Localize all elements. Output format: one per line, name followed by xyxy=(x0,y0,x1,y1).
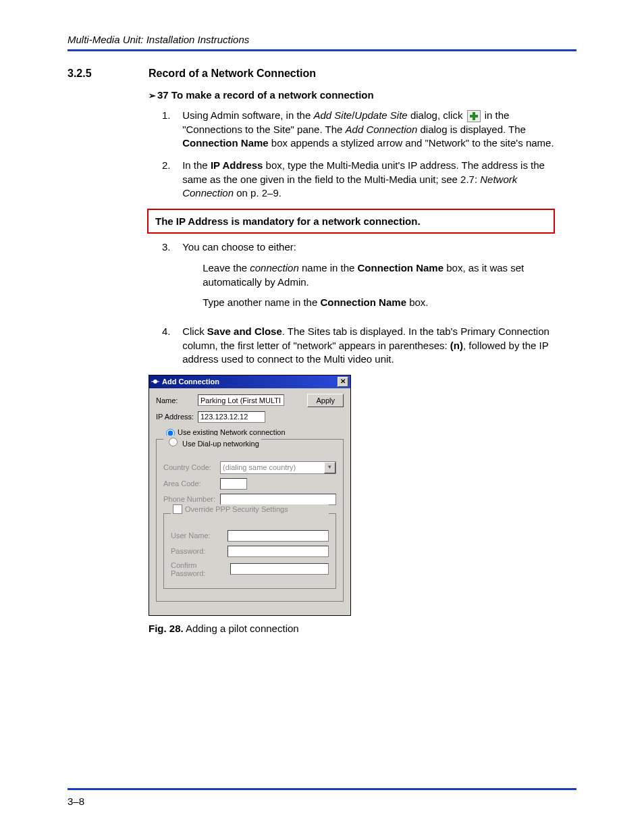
step-body: Using Admin software, in the Add Site/Up… xyxy=(182,109,560,151)
step-body: You can choose to either: Leave the conn… xyxy=(182,240,560,317)
override-ppp-label: Override PPP Security Settings xyxy=(185,505,288,513)
figure-text: Adding a pilot connection xyxy=(184,623,299,634)
section-number: 3.2.5 xyxy=(68,68,149,80)
text: Click xyxy=(182,325,207,337)
text: box appends a stylized arrow and "Networ… xyxy=(269,137,554,149)
text: Using Admin software, in the xyxy=(182,109,313,121)
text: box. xyxy=(406,296,429,308)
area-code-label: Area Code: xyxy=(163,479,220,488)
name-row: Name: Apply xyxy=(156,394,344,407)
step-3: 3. You can choose to either: Leave the c… xyxy=(162,240,576,317)
step-4: 4. Click Save and Close. The Sites tab i… xyxy=(162,325,576,367)
plus-icon xyxy=(467,110,481,122)
bold: Connection Name xyxy=(358,262,444,273)
area-code-input[interactable] xyxy=(220,478,247,490)
page-number: 3–8 xyxy=(68,796,576,807)
section-title: Record of a Network Connection xyxy=(149,68,316,80)
country-code-select[interactable]: (dialing same country)▾ xyxy=(220,461,336,474)
header-rule xyxy=(68,49,576,51)
text: dialog, click xyxy=(408,109,466,121)
dialog-titlebar: Add Connection ✕ xyxy=(149,375,350,388)
select-value: (dialing same country) xyxy=(223,463,296,471)
bold: (n) xyxy=(450,340,463,351)
username-input[interactable] xyxy=(227,530,329,542)
figure-number: Fig. 28. xyxy=(149,623,184,634)
country-code-label: Country Code: xyxy=(163,463,220,471)
text: Type another name in the xyxy=(203,296,320,308)
italic: connection xyxy=(250,262,299,273)
step-2: 2. In the IP Address box, type the Multi… xyxy=(162,159,576,201)
override-ppp-row[interactable]: Override PPP Security Settings xyxy=(171,504,329,514)
footer-rule xyxy=(68,788,576,790)
step-number: 2. xyxy=(162,159,180,173)
page-footer: 3–8 xyxy=(68,788,576,807)
ip-input[interactable] xyxy=(198,411,265,423)
close-button[interactable]: ✕ xyxy=(338,377,348,387)
override-ppp-checkbox[interactable] xyxy=(173,504,182,514)
add-connection-dialog: Add Connection ✕ Name: Apply IP Address:… xyxy=(149,375,351,616)
step-number: 1. xyxy=(162,109,180,123)
bold: Save and Close xyxy=(207,325,282,337)
step-number: 3. xyxy=(162,240,180,255)
phone-number-row: Phone Number: xyxy=(163,494,336,505)
confirm-password-label: Confirm Password: xyxy=(171,561,230,577)
section-heading: 3.2.5 Record of a Network Connection xyxy=(68,68,576,80)
bold: IP Address xyxy=(211,159,263,171)
text: on p. 2–9. xyxy=(234,187,281,199)
step-number: 4. xyxy=(162,325,180,339)
ppp-group: Override PPP Security Settings User Name… xyxy=(163,513,336,589)
confirm-password-row: Confirm Password: xyxy=(171,561,329,577)
confirm-password-input[interactable] xyxy=(230,563,329,575)
text: You can choose to either: xyxy=(182,241,296,253)
procedure-title: 37 To make a record of a network connect… xyxy=(157,89,374,101)
password-row: Password: xyxy=(171,546,329,557)
phone-number-input[interactable] xyxy=(220,494,336,505)
dialog-body: Name: Apply IP Address: Use existing Net… xyxy=(149,388,350,615)
username-label: User Name: xyxy=(171,531,227,540)
step-1: 1. Using Admin software, in the Add Site… xyxy=(162,109,576,151)
name-label: Name: xyxy=(156,396,198,405)
name-input[interactable] xyxy=(198,394,284,406)
step-body: Click Save and Close. The Sites tab is d… xyxy=(182,325,560,367)
chevron-down-icon: ▾ xyxy=(324,462,336,473)
arrow-icon: ➢ xyxy=(149,90,156,101)
step-list: 1. Using Admin software, in the Add Site… xyxy=(162,109,576,201)
apply-button[interactable]: Apply xyxy=(307,394,344,407)
dialog-title: Add Connection xyxy=(162,377,338,386)
text: dialog is displayed. The xyxy=(417,124,526,135)
page: Multi-Media Unit: Installation Instructi… xyxy=(0,0,644,834)
password-input[interactable] xyxy=(227,546,329,557)
step-body: In the IP Address box, type the Multi-Me… xyxy=(182,159,560,201)
username-row: User Name: xyxy=(171,530,329,542)
step-list-cont: 3. You can choose to either: Leave the c… xyxy=(162,240,576,367)
dialup-group: Use Dial-up networking Country Code: (di… xyxy=(156,439,344,602)
radio-dialup-label: Use Dial-up networking xyxy=(182,440,259,448)
phone-number-label: Phone Number: xyxy=(163,495,220,503)
warning-box: The IP Address is mandatory for a networ… xyxy=(147,209,555,234)
radio-dialup[interactable]: Use Dial-up networking xyxy=(163,436,261,448)
ip-row: IP Address: xyxy=(156,411,344,423)
procedure-heading: ➢37 To make a record of a network connec… xyxy=(149,89,576,101)
italic: Add Connection xyxy=(346,124,418,135)
area-code-row: Area Code: xyxy=(163,478,336,490)
text: Leave the xyxy=(203,262,250,273)
running-header: Multi-Media Unit: Installation Instructi… xyxy=(68,34,576,45)
password-label: Password: xyxy=(171,547,227,555)
bold: Connection Name xyxy=(320,296,406,308)
bold: Connection Name xyxy=(182,137,269,149)
text: In the xyxy=(182,159,211,171)
country-code-row: Country Code: (dialing same country)▾ xyxy=(163,461,336,474)
figure-caption: Fig. 28. Adding a pilot connection xyxy=(149,623,576,634)
sub-paragraph: Leave the connection name in the Connect… xyxy=(203,261,560,289)
italic: Update Site xyxy=(354,109,407,121)
ip-label: IP Address: xyxy=(156,413,198,421)
radio-dialup-input[interactable] xyxy=(169,438,178,446)
text: name in the xyxy=(299,262,358,273)
italic: Add Site xyxy=(313,109,352,121)
dialog-icon xyxy=(151,377,159,386)
sub-paragraph: Type another name in the Connection Name… xyxy=(203,296,560,310)
